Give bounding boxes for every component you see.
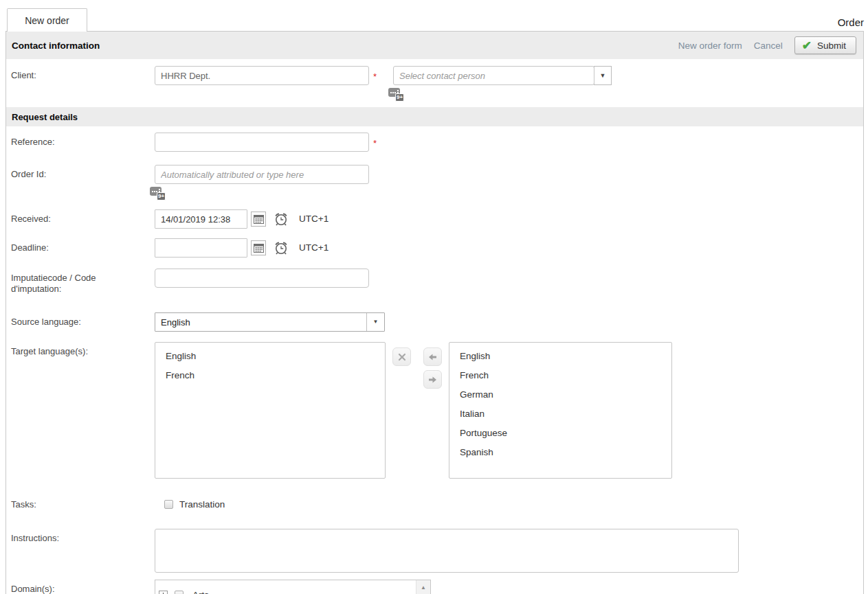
tab-new-order[interactable]: New order xyxy=(7,8,87,32)
tasks-row: Tasks: Translation xyxy=(6,498,863,510)
request-details-title: Request details xyxy=(12,112,78,122)
clock-icon[interactable] xyxy=(273,240,289,256)
received-datetime-input[interactable] xyxy=(155,209,247,229)
list-item[interactable]: German xyxy=(449,385,671,404)
reference-label: Reference: xyxy=(11,133,155,152)
order-id-row: Order Id: 9+ xyxy=(6,165,863,200)
submit-button[interactable]: ✔ Submit xyxy=(794,36,856,54)
check-icon: ✔ xyxy=(802,40,812,52)
received-row: Received: xyxy=(6,209,863,229)
chevron-down-icon: ▼ xyxy=(600,73,606,79)
contact-person-dropdown-button[interactable]: ▼ xyxy=(594,66,612,85)
domains-row: Domain(s): Arts Computer science Website… xyxy=(6,580,863,594)
clock-icon[interactable] xyxy=(273,211,289,227)
contacts-icon[interactable]: 9+ xyxy=(388,88,404,102)
page-title: Order xyxy=(838,16,864,28)
order-id-field: 9+ xyxy=(155,165,369,200)
calendar-icon[interactable] xyxy=(251,212,266,227)
contacts-badge: 9+ xyxy=(395,93,404,102)
reference-row: Reference: * xyxy=(6,133,863,152)
received-timezone: UTC+1 xyxy=(299,209,329,224)
client-input[interactable] xyxy=(155,66,369,85)
source-language-value: English xyxy=(155,317,366,328)
domain-checkbox[interactable] xyxy=(175,591,183,594)
domain-label: Arts xyxy=(190,590,209,594)
header-actions: New order form Cancel ✔ Submit xyxy=(678,36,856,54)
reference-required-mark: * xyxy=(373,133,377,148)
list-item[interactable]: Spanish xyxy=(449,443,671,462)
contact-person-field: 9+ xyxy=(393,66,594,101)
submit-button-label: Submit xyxy=(817,41,846,51)
translation-checkbox-label: Translation xyxy=(179,499,225,510)
list-item[interactable]: English xyxy=(449,347,671,366)
domains-scrollbar[interactable]: ▲ xyxy=(416,580,430,594)
contact-information-title: Contact information xyxy=(12,41,100,51)
imputation-code-input[interactable] xyxy=(155,269,369,288)
client-row: Client: * 9+ ▼ xyxy=(6,59,863,107)
scroll-up-icon[interactable]: ▲ xyxy=(416,580,430,594)
contact-information-header: Contact information New order form Cance… xyxy=(6,32,863,59)
source-language-row: Source language: English ▼ xyxy=(6,312,863,332)
list-item[interactable]: French xyxy=(449,366,671,385)
order-id-label: Order Id: xyxy=(11,165,155,200)
move-right-button[interactable] xyxy=(423,370,442,389)
chevron-down-icon: ▼ xyxy=(373,319,379,325)
contacts-icon[interactable]: 9+ xyxy=(150,187,166,201)
list-item[interactable]: French xyxy=(155,366,385,385)
reference-input[interactable] xyxy=(155,133,369,152)
arrow-right-icon xyxy=(428,376,437,384)
translation-checkbox[interactable] xyxy=(164,500,173,509)
client-required-mark: * xyxy=(373,66,377,82)
contacts-badge: 9+ xyxy=(157,192,166,201)
imputation-code-row: Imputatiecode / Code d'imputation: xyxy=(6,269,863,295)
order-id-input[interactable] xyxy=(155,165,369,184)
source-language-select[interactable]: English ▼ xyxy=(155,312,385,332)
request-details-header: Request details xyxy=(6,107,863,126)
new-order-form-link[interactable]: New order form xyxy=(678,41,742,51)
list-item[interactable]: Portuguese xyxy=(449,424,671,443)
tab-bar: New order Order xyxy=(0,0,868,31)
imputation-code-label: Imputatiecode / Code d'imputation: xyxy=(11,269,155,295)
instructions-row: Instructions: xyxy=(6,529,863,573)
received-label: Received: xyxy=(11,209,155,229)
tasks-label: Tasks: xyxy=(11,498,155,510)
x-icon xyxy=(398,353,406,361)
deadline-datetime-input[interactable] xyxy=(155,238,247,258)
source-language-label: Source language: xyxy=(11,312,155,332)
target-languages-selected-listbox[interactable]: EnglishFrench xyxy=(155,342,386,479)
list-item[interactable]: Italian xyxy=(449,404,671,424)
target-languages-row: Target language(s): EnglishFrench xyxy=(6,342,863,479)
instructions-textarea[interactable] xyxy=(155,529,739,573)
tab-new-order-label: New order xyxy=(25,15,69,26)
expand-plus-icon[interactable] xyxy=(159,591,168,594)
deadline-timezone: UTC+1 xyxy=(299,238,329,253)
target-languages-label: Target language(s): xyxy=(11,342,155,479)
target-languages-available-listbox[interactable]: EnglishFrenchGermanItalianPortugueseSpan… xyxy=(449,342,672,479)
list-item[interactable]: English xyxy=(155,347,385,366)
client-label: Client: xyxy=(11,66,155,101)
arrow-left-icon xyxy=(428,353,437,361)
domains-label: Domain(s): xyxy=(11,580,155,594)
move-left-button[interactable] xyxy=(423,347,442,366)
deadline-label: Deadline: xyxy=(11,238,155,258)
deadline-row: Deadline: xyxy=(6,238,863,258)
clear-selection-button[interactable] xyxy=(392,347,411,366)
domain-row: Arts xyxy=(159,585,430,594)
instructions-label: Instructions: xyxy=(11,529,155,573)
contact-person-input[interactable] xyxy=(393,66,594,85)
domains-tree[interactable]: Arts Computer science Website ▲ xyxy=(155,580,431,594)
cancel-link[interactable]: Cancel xyxy=(754,41,783,51)
calendar-icon[interactable] xyxy=(251,240,266,255)
order-form-panel: Contact information New order form Cance… xyxy=(5,31,864,594)
